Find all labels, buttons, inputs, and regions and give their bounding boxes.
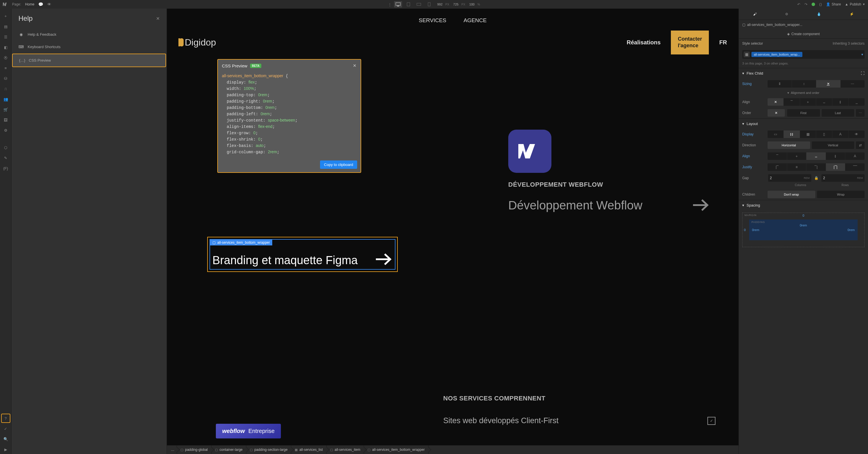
selection-tag[interactable]: ▢ all-services_item_bottom_wrapper: [210, 240, 272, 246]
align-start-icon[interactable]: ⎺: [784, 98, 800, 106]
redo-icon[interactable]: ↷: [804, 2, 808, 7]
order-auto-icon[interactable]: ✕: [768, 109, 785, 117]
display-inlineblock-icon[interactable]: ▯: [816, 131, 832, 138]
desktop-breakpoint-icon[interactable]: [394, 1, 402, 7]
direction-vertical[interactable]: Vertical: [812, 141, 855, 149]
section-spacing[interactable]: ▾Spacing: [739, 200, 868, 210]
brand-logo[interactable]: Digidop: [179, 37, 216, 48]
align-stretch-icon[interactable]: ⫿: [826, 152, 845, 160]
wrap-button[interactable]: Wrap: [817, 191, 865, 198]
canvas-zoom[interactable]: 100: [469, 3, 474, 6]
breadcrumb-item[interactable]: ▢padding-global: [177, 445, 212, 454]
inheriting-label[interactable]: Inheriting 3 selectors: [833, 41, 865, 46]
expand-icon[interactable]: ⛶: [861, 71, 865, 76]
alignment-order-subhead[interactable]: ▾Alignment and order: [739, 89, 868, 96]
mobile-landscape-breakpoint-icon[interactable]: [415, 1, 423, 7]
align-baseline-icon[interactable]: A: [845, 152, 865, 160]
mobile-breakpoint-icon[interactable]: [425, 1, 433, 7]
nav-services[interactable]: SERVICES: [419, 17, 446, 24]
create-component-button[interactable]: ◈Create component: [739, 30, 868, 38]
display-grid-icon[interactable]: ▦: [800, 131, 816, 138]
direction-reverse-icon[interactable]: ⇄: [856, 141, 865, 149]
direction-horizontal[interactable]: Horizontal: [768, 141, 810, 149]
order-first-button[interactable]: First: [787, 109, 820, 117]
add-element-icon[interactable]: ＋: [1, 11, 10, 21]
status-indicator[interactable]: [812, 3, 815, 6]
nowrap-button[interactable]: Don't wrap: [768, 191, 815, 198]
help-icon[interactable]: ?: [1, 414, 10, 423]
justify-center-icon[interactable]: ≡: [787, 163, 807, 171]
copy-clipboard-button[interactable]: Copy to clipboard: [320, 161, 357, 169]
effects-tab-icon[interactable]: ⚡: [849, 12, 854, 16]
cms-icon[interactable]: ⛁: [1, 74, 10, 83]
publish-button[interactable]: ▲Publish▼: [845, 2, 865, 6]
order-last-button[interactable]: Last: [822, 109, 855, 117]
logic-icon[interactable]: ⎍: [1, 84, 10, 93]
breadcrumb-item[interactable]: ▢all-services_item_bottom_wrapper: [364, 445, 429, 454]
grow-icon[interactable]: ↕: [792, 80, 816, 88]
undo-icon[interactable]: ↶: [797, 2, 800, 7]
help-feedback-item[interactable]: ◉ Help & Feedback: [11, 28, 167, 40]
display-block-icon[interactable]: ▭: [768, 131, 784, 138]
column-gap-input[interactable]: 2REM: [768, 174, 811, 182]
section-flex-child[interactable]: ▾Flex Child⛶: [739, 68, 868, 78]
selector-field[interactable]: ▦ all-services_item_bottom_wrap... ▾: [742, 50, 865, 59]
apps-icon[interactable]: ⬡: [1, 143, 10, 152]
keyboard-shortcuts-item[interactable]: ⌨ Keyboard Shortcuts: [11, 40, 167, 53]
webflow-logo-icon[interactable]: [3, 2, 8, 7]
align-end-icon[interactable]: ⎽: [816, 98, 832, 106]
share-button[interactable]: 👤Share: [826, 2, 841, 6]
users-icon[interactable]: 👥: [1, 94, 10, 104]
breadcrumb-prev[interactable]: …: [169, 445, 177, 454]
justify-start-icon[interactable]: |⎺: [768, 163, 787, 171]
breadcrumb-item[interactable]: ▦all-services_list: [291, 445, 327, 454]
video-icon[interactable]: ▶: [1, 445, 10, 454]
chevron-down-icon[interactable]: ▾: [861, 52, 863, 56]
shrink-icon[interactable]: ⇕: [768, 80, 792, 88]
breadcrumb-item[interactable]: ▢padding-section-large: [246, 445, 291, 454]
state-icon[interactable]: ▦: [744, 52, 750, 57]
nav-agence[interactable]: AGENCE: [464, 17, 487, 24]
tablet-breakpoint-icon[interactable]: [404, 1, 412, 7]
align-stretch-icon[interactable]: ⫿: [832, 98, 848, 106]
preview-icon[interactable]: 👁: [47, 2, 51, 7]
settings-tab-icon[interactable]: ⚙: [785, 12, 788, 16]
audit-icon[interactable]: ✓: [1, 424, 10, 433]
navigator-icon[interactable]: ☰: [1, 32, 10, 41]
css-code-block[interactable]: all-services_item_bottom_wrapper { displ…: [218, 72, 361, 158]
align-start-icon[interactable]: ⎺: [768, 152, 787, 160]
brackets-icon[interactable]: {F}: [1, 164, 10, 173]
row-gap-input[interactable]: 2REM: [822, 174, 865, 182]
section-layout[interactable]: ▾Layout: [739, 118, 868, 129]
align-auto-icon[interactable]: ✕: [768, 98, 784, 106]
style-tab-icon[interactable]: 🖌: [753, 12, 756, 16]
spacing-editor[interactable]: MARGIN PADDING 0 0 0rem 0rem 0rem: [742, 212, 865, 247]
nav-realisations[interactable]: Réalisations: [626, 39, 660, 46]
align-center-icon[interactable]: ＋: [800, 98, 816, 106]
breakpoint-menu-icon[interactable]: ⋮: [388, 2, 392, 7]
close-icon[interactable]: ✕: [156, 16, 160, 21]
lock-icon[interactable]: 🔒: [814, 176, 818, 180]
selected-element[interactable]: ▢ all-services_item_bottom_wrapper Brand…: [210, 239, 396, 269]
close-icon[interactable]: ✕: [353, 63, 356, 68]
display-none-icon[interactable]: 👁: [849, 131, 865, 138]
justify-around-icon[interactable]: ⎺⎺: [845, 163, 865, 171]
code-icon[interactable]: ⟨⟩: [819, 2, 822, 7]
ecommerce-icon[interactable]: 🛒: [1, 105, 10, 114]
settings-icon[interactable]: ⚙: [1, 125, 10, 135]
align-center-icon[interactable]: ＋: [787, 152, 807, 160]
canvas[interactable]: SERVICES AGENCE Digidop Réalisations Con…: [167, 9, 739, 445]
more-icon[interactable]: ⋯: [841, 80, 865, 88]
order-more-icon[interactable]: ⋯: [856, 109, 865, 117]
none-icon[interactable]: ✕: [816, 80, 841, 88]
language-switch[interactable]: FR: [719, 39, 727, 46]
css-preview-item[interactable]: {…} CSS Preview: [12, 54, 166, 67]
components-icon[interactable]: ◧: [1, 42, 10, 52]
breadcrumb-item[interactable]: ▢container-large: [212, 445, 246, 454]
canvas-width[interactable]: 992: [437, 3, 442, 6]
class-pill[interactable]: all-services_item_bottom_wrap...: [751, 52, 802, 57]
styles-icon[interactable]: ≡: [1, 63, 10, 73]
contact-cta-button[interactable]: Contacter l'agence: [671, 31, 709, 54]
display-flex-icon[interactable]: ⫿⫿: [784, 131, 800, 138]
display-inline-icon[interactable]: A: [832, 131, 848, 138]
